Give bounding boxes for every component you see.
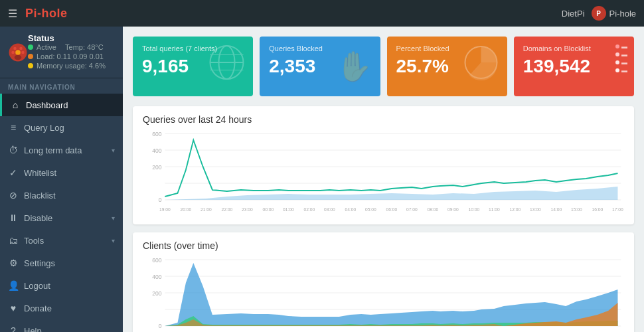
svg-text:200: 200: [152, 164, 161, 171]
user-label: DietPi: [562, 9, 585, 19]
memory-label: Memory usage: 4.6%: [37, 62, 106, 70]
svg-text:10:00: 10:00: [469, 207, 480, 212]
svg-text:20:00: 20:00: [181, 207, 192, 212]
active-label: Active: [37, 43, 56, 51]
donate-icon: ♥: [8, 303, 19, 313]
svg-text:21:00: 21:00: [201, 207, 212, 212]
load-label: Load: 0.11 0.09 0.01: [37, 52, 104, 60]
sidebar-item-long-term[interactable]: ⏱ Long term data ▾: [0, 139, 123, 161]
svg-text:01:00: 01:00: [283, 207, 294, 212]
help-label: Help: [24, 326, 42, 333]
svg-text:07:00: 07:00: [406, 207, 418, 212]
legend-text-4: ▬: [621, 67, 627, 74]
logout-label: Logout: [24, 281, 50, 291]
sidebar-item-whitelist[interactable]: ✓ Whitelist: [0, 161, 123, 184]
svg-text:23:00: 23:00: [242, 207, 253, 212]
svg-point-1: [13, 46, 17, 50]
card-total-queries: Total queries (7 clients) 9,165: [133, 37, 253, 96]
chart-queries-title: Queries over last 24 hours: [143, 114, 624, 125]
whitelist-label: Whitelist: [24, 168, 56, 178]
brand-pi: Pi-: [25, 7, 42, 20]
query-log-label: Query Log: [24, 123, 64, 133]
sidebar: Status Active Temp: 48°C Load: 0.11 0.09…: [0, 27, 123, 332]
svg-text:600: 600: [152, 257, 161, 264]
svg-text:15:00: 15:00: [571, 207, 582, 212]
chart-queries-svg: 600 400 200 0 19:00 20:00 21:00 22:00 23…: [143, 130, 624, 216]
tools-icon: 🗂: [8, 235, 19, 246]
card-percent-blocked-icon: [463, 44, 499, 89]
svg-marker-55: [165, 263, 617, 326]
sidebar-item-query-log[interactable]: ≡ Query Log: [0, 116, 123, 139]
chart-clients-area: 600 400 200 0 19:00 20:00 21:00 22:00: [143, 256, 624, 332]
blocklist-legend: ▬ ▬ ▬ ▬: [615, 43, 627, 75]
raspberry-icon: [8, 42, 28, 62]
status-block: Status Active Temp: 48°C Load: 0.11 0.09…: [0, 27, 123, 78]
card-total-queries-icon: [208, 44, 245, 89]
logout-icon: 👤: [8, 280, 19, 291]
legend-item-3: ▬: [615, 59, 627, 66]
status-header: Status Active Temp: 48°C Load: 0.11 0.09…: [8, 33, 115, 71]
legend-item-4: ▬: [615, 67, 627, 74]
svg-text:200: 200: [152, 290, 161, 297]
svg-text:04:00: 04:00: [345, 207, 357, 212]
svg-text:0: 0: [159, 197, 162, 203]
sidebar-item-blacklist[interactable]: ⊘ Blacklist: [0, 184, 123, 207]
memory-dot: [28, 63, 33, 68]
svg-text:05:00: 05:00: [365, 207, 376, 212]
settings-label: Settings: [24, 258, 55, 268]
long-term-label: Long term data: [24, 145, 82, 155]
svg-text:17:00: 17:00: [612, 207, 623, 212]
svg-point-6: [15, 54, 22, 60]
brand-hole: hole: [42, 7, 68, 20]
sidebar-item-tools[interactable]: 🗂 Tools ▾: [0, 229, 123, 252]
legend-item-2: ▬: [615, 51, 627, 58]
top-nav-left: ☰ Pi-hole: [8, 7, 68, 21]
svg-text:12:00: 12:00: [510, 207, 521, 212]
chart-queries: Queries over last 24 hours 600 400 200 0: [133, 106, 634, 224]
svg-text:09:00: 09:00: [447, 207, 459, 212]
top-nav-right: DietPi P Pi-hole: [562, 6, 636, 21]
tools-label: Tools: [24, 236, 44, 246]
legend-text-1: ▬: [621, 43, 627, 50]
legend-dot-2: [615, 52, 619, 56]
sidebar-item-dashboard[interactable]: ⌂ Dashboard: [0, 94, 123, 116]
settings-icon: ⚙: [8, 258, 19, 268]
content-area: Total queries (7 clients) 9,165 Queries …: [123, 27, 644, 332]
sidebar-item-donate[interactable]: ♥ Donate: [0, 297, 123, 319]
svg-text:0: 0: [159, 323, 162, 329]
svg-point-3: [11, 50, 15, 54]
svg-text:600: 600: [152, 131, 161, 137]
svg-text:08:00: 08:00: [428, 207, 439, 212]
disable-icon: ⏸: [8, 212, 19, 223]
legend-item-1: ▬: [615, 43, 627, 50]
svg-text:03:00: 03:00: [324, 207, 335, 212]
svg-text:14:00: 14:00: [551, 207, 562, 212]
sidebar-item-logout[interactable]: 👤 Logout: [0, 274, 123, 297]
donate-label: Donate: [24, 303, 52, 313]
pihole-badge: P Pi-hole: [592, 6, 636, 21]
card-domains-blocklist: Domains on Blocklist 139,542 ▬ ▬ ▬: [514, 37, 634, 96]
svg-text:11:00: 11:00: [489, 207, 500, 212]
status-active-row: Active Temp: 48°C: [28, 43, 115, 51]
legend-text-3: ▬: [621, 59, 627, 66]
disable-arrow-icon: ▾: [112, 214, 115, 222]
sidebar-item-disable[interactable]: ⏸ Disable ▾: [0, 207, 123, 229]
load-row: Load: 0.11 0.09 0.01: [28, 52, 115, 60]
dashboard-icon: ⌂: [10, 100, 21, 110]
chart-clients-svg: 600 400 200 0 19:00 20:00 21:00 22:00: [143, 256, 624, 332]
card-queries-blocked: Queries Blocked 2,353 ✋: [260, 37, 380, 96]
svg-text:02:00: 02:00: [304, 207, 315, 212]
top-nav: ☰ Pi-hole DietPi P Pi-hole: [0, 0, 644, 27]
svg-text:19:00: 19:00: [159, 207, 171, 212]
long-term-arrow-icon: ▾: [112, 147, 115, 154]
svg-text:06:00: 06:00: [386, 207, 398, 212]
stat-cards: Total queries (7 clients) 9,165 Queries …: [133, 37, 634, 96]
card-domains-blocklist-title: Domains on Blocklist: [523, 44, 625, 52]
chart-clients: Clients (over time) 600 400 200 0: [133, 232, 634, 332]
sidebar-item-help[interactable]: ? Help: [0, 319, 123, 332]
menu-toggle-icon[interactable]: ☰: [8, 7, 17, 20]
legend-dot-1: [615, 44, 619, 48]
sidebar-item-settings[interactable]: ⚙ Settings: [0, 252, 123, 274]
svg-point-2: [19, 46, 23, 50]
svg-text:22:00: 22:00: [222, 207, 233, 212]
